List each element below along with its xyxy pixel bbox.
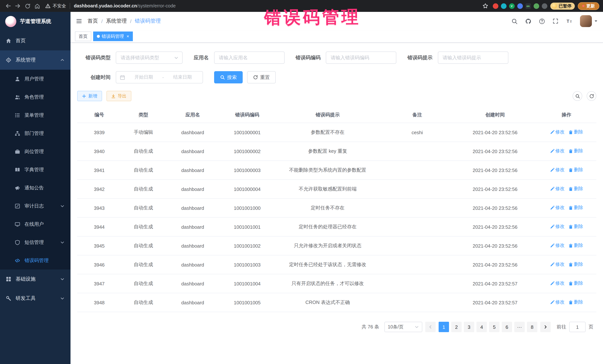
browser-reload-button[interactable] [23, 1, 32, 10]
prev-page-button[interactable] [425, 322, 436, 332]
sidebar-item-error-code[interactable]: 错误码管理 [0, 251, 70, 269]
edit-link[interactable]: 修改 [550, 167, 565, 173]
delete-link[interactable]: 删除 [568, 205, 583, 211]
edit-link[interactable]: 修改 [550, 262, 565, 268]
security-indicator[interactable]: 不安全 [45, 3, 66, 9]
goto-page-input[interactable] [569, 322, 586, 332]
delete-label: 删除 [574, 224, 583, 230]
cell-hint: 参数配置不存在 [274, 123, 381, 142]
ext-teal-icon[interactable] [501, 3, 506, 9]
browser-home-button[interactable] [33, 1, 42, 10]
ext-leaf-icon[interactable] [533, 3, 539, 9]
edit-link[interactable]: 修改 [550, 148, 565, 154]
delete-link[interactable]: 删除 [568, 262, 583, 268]
breadcrumb-item-0[interactable]: 首页 [88, 18, 98, 24]
address-bar[interactable]: dashboard.yudao.iocoder.cn/system/error-… [74, 3, 176, 9]
browser-forward-button[interactable] [13, 1, 22, 10]
help-icon[interactable] [539, 18, 545, 24]
delete-link[interactable]: 删除 [568, 167, 583, 173]
search-button[interactable]: 搜索 [214, 71, 243, 83]
sidebar-item-home[interactable]: 首页 [0, 31, 70, 50]
profile-chip[interactable]: 已暂停 [550, 2, 575, 10]
hamburger-icon[interactable] [76, 18, 82, 24]
cell-remark [381, 274, 454, 293]
page-button-2[interactable]: 2 [451, 322, 462, 332]
tab-error-code[interactable]: 错误码管理× [93, 32, 133, 41]
app-logo[interactable]: 芋道管理系统 [0, 12, 70, 31]
edit-link[interactable]: 修改 [550, 280, 565, 287]
page-button-4[interactable]: 4 [476, 322, 487, 332]
add-button[interactable]: 新增 [77, 91, 102, 101]
edit-link[interactable]: 修改 [550, 205, 565, 211]
sidebar-item-role[interactable]: 角色管理 [0, 88, 70, 106]
browser-right-cluster: Von 已暂停 更新 [481, 1, 599, 10]
delete-link[interactable]: 删除 [568, 186, 583, 192]
edit-link[interactable]: 修改 [550, 186, 565, 192]
error-hint-input[interactable] [438, 52, 508, 64]
delete-link[interactable]: 删除 [568, 224, 583, 230]
search-icon[interactable] [511, 18, 518, 24]
sidebar-item-user[interactable]: 用户管理 [0, 70, 70, 88]
delete-link[interactable]: 删除 [568, 129, 583, 135]
ext-green-badge-icon[interactable]: V [509, 3, 514, 9]
delete-link[interactable]: 删除 [568, 243, 583, 249]
browser-update-button[interactable]: 更新 [578, 2, 599, 10]
edit-link[interactable]: 修改 [550, 243, 565, 249]
sidebar-item-dict[interactable]: 字典管理 [0, 161, 70, 179]
app-name-input[interactable] [214, 52, 284, 64]
github-icon[interactable] [525, 18, 531, 24]
ext-blue-icon[interactable] [517, 3, 523, 9]
sidebar-item-post[interactable]: 岗位管理 [0, 142, 70, 161]
next-page-button[interactable] [540, 322, 551, 332]
ext-puzzle-icon[interactable] [542, 3, 547, 9]
column-header-hint: 错误码提示 [274, 107, 381, 123]
show-search-button[interactable] [573, 91, 582, 101]
edit-label: 修改 [555, 129, 565, 135]
sidebar-item-menu[interactable]: 菜单管理 [0, 106, 70, 124]
reset-button[interactable]: 重置 [247, 71, 276, 83]
delete-label: 删除 [574, 167, 583, 173]
fullscreen-icon[interactable] [553, 18, 558, 24]
page-button-1[interactable]: 1 [439, 322, 449, 332]
delete-link[interactable]: 删除 [568, 148, 583, 154]
ext-dark-on-icon[interactable]: on [525, 3, 531, 9]
browser-back-button[interactable] [4, 1, 13, 10]
page-ellipsis[interactable]: ··· [514, 322, 525, 332]
error-code-input[interactable] [326, 52, 396, 64]
sidebar-item-notice[interactable]: 通知公告 [0, 179, 70, 197]
sidebar-item-label: 部门管理 [24, 130, 44, 137]
edit-link[interactable]: 修改 [550, 224, 565, 230]
cell-id: 3947 [77, 274, 121, 293]
column-header-actions: 操作 [537, 107, 596, 123]
sidebar-item-sms[interactable]: 短信管理 [0, 233, 70, 251]
edit-link[interactable]: 修改 [550, 299, 565, 306]
sidebar-item-infra[interactable]: 基础设施 [0, 269, 70, 289]
tab-close-icon[interactable]: × [127, 34, 129, 39]
font-size-icon[interactable]: TT [566, 18, 573, 24]
sidebar-item-label: 基础设施 [16, 276, 36, 282]
sidebar-item-audit-log[interactable]: 审计日志 [0, 197, 70, 215]
cell-type: 手动编辑 [121, 123, 165, 142]
sidebar-item-online-user[interactable]: 在线用户 [0, 215, 70, 233]
sidebar-item-dept[interactable]: 部门管理 [0, 124, 70, 142]
delete-link[interactable]: 删除 [568, 299, 583, 306]
bookmark-star-icon[interactable] [481, 1, 490, 10]
page-size-select[interactable]: 10条/页 [384, 322, 422, 332]
delete-icon [568, 243, 573, 248]
breadcrumb-item-1[interactable]: 系统管理 [106, 18, 127, 24]
error-type-select[interactable]: 请选择错误码类型 [116, 52, 183, 64]
page-button-8[interactable]: 8 [527, 322, 537, 332]
edit-link[interactable]: 修改 [550, 129, 565, 135]
user-avatar[interactable] [580, 15, 598, 27]
export-button[interactable]: 导出 [106, 91, 131, 101]
date-range-picker[interactable]: 开始日期 - 结束日期 [116, 71, 203, 83]
tab-home[interactable]: 首页 [75, 32, 91, 41]
sidebar-item-system[interactable]: 系统管理 [0, 50, 70, 70]
page-button-5[interactable]: 5 [489, 322, 499, 332]
sidebar-item-devtools[interactable]: 研发工具 [0, 289, 70, 308]
page-button-3[interactable]: 3 [464, 322, 474, 332]
ext-red-icon[interactable] [493, 3, 498, 9]
refresh-table-button[interactable] [587, 91, 596, 101]
page-button-6[interactable]: 6 [502, 322, 512, 332]
delete-link[interactable]: 删除 [568, 280, 583, 287]
